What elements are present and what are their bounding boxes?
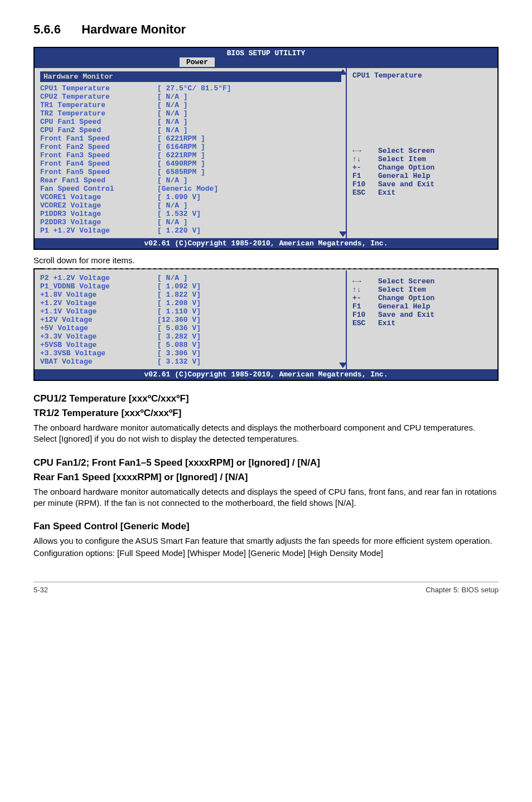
bios-row[interactable]: P2DDR3 Voltage[ N/A ]: [40, 218, 341, 226]
bios-row-label: P1 +1.2V Voltage: [40, 226, 157, 235]
bios-row[interactable]: CPU1 Temperature[ 27.5°C/ 81.5°F]: [40, 84, 341, 93]
bios-help-key: ←→: [352, 277, 378, 286]
bios-row-value: [ 1.110 V]: [157, 307, 201, 316]
bios-row-value: [ 1.822 V]: [157, 291, 201, 299]
bios-help-key: F10: [352, 311, 378, 319]
bios-row[interactable]: +5VSB Voltage[ 5.088 V]: [40, 341, 341, 349]
bios-row-value: [ 3.282 V]: [157, 332, 201, 341]
bios-row[interactable]: P1DDR3 Voltage[ 1.532 V]: [40, 210, 341, 218]
bios-help-row: F1General Help: [352, 172, 492, 180]
bios-row-label: +1.8V Voltage: [40, 291, 157, 299]
bios-copyright-footer: v02.61 (C)Copyright 1985-2010, American …: [35, 238, 497, 249]
bios-row[interactable]: CPU Fan1 Speed[ N/A ]: [40, 118, 341, 126]
bios-row[interactable]: +12V Voltage[12.360 V]: [40, 316, 341, 324]
bios-row[interactable]: VCORE1 Voltage[ 1.090 V]: [40, 193, 341, 201]
bios-row-value: [ 1.090 V]: [157, 193, 201, 201]
bios-row-value: [ 6164RPM ]: [157, 143, 205, 151]
bios-row[interactable]: +1.2V Voltage[ 1.208 V]: [40, 299, 341, 307]
bios-row-label: Front Fan4 Speed: [40, 160, 157, 168]
bios-utility-title: BIOS SETUP UTILITY: [35, 48, 497, 57]
bios-help-row: ESCExit: [352, 319, 492, 327]
bios-copyright-footer: v02.61 (C)Copyright 1985-2010, American …: [35, 369, 497, 380]
bios-row-label: P1DDR3 Voltage: [40, 210, 157, 218]
bios-row-label: P2 +1.2V Voltage: [40, 274, 157, 282]
bios-row-label: VBAT Voltage: [40, 357, 157, 366]
bios-row-value: [ 27.5°C/ 81.5°F]: [157, 84, 231, 93]
section-heading: 5.6.6 Hardware Monitor: [33, 22, 499, 37]
bios-row[interactable]: +5V Voltage[ 5.036 V]: [40, 324, 341, 332]
bios-help-row: +-Change Option: [352, 163, 492, 172]
bios-row-value: [ N/A ]: [157, 218, 188, 226]
scroll-note: Scroll down for more items.: [33, 255, 499, 265]
bios-row[interactable]: P2 +1.2V Voltage[ N/A ]: [40, 274, 341, 282]
page-footer: 5-32 Chapter 5: BIOS setup: [33, 582, 499, 594]
bios-row-value: [ N/A ]: [157, 101, 188, 109]
bios-row[interactable]: Front Fan3 Speed[ 6221RPM ]: [40, 151, 341, 160]
paragraph-fan-control-desc: Allows you to configure the ASUS Smart F…: [33, 535, 499, 547]
bios-row-value: [12.360 V]: [157, 316, 201, 324]
bios-row-value: [ N/A ]: [157, 126, 188, 134]
bios-help-key: ↑↓: [352, 155, 378, 163]
bios-row[interactable]: Rear Fan1 Speed[ N/A ]: [40, 176, 341, 185]
bios-help-desc: Save and Exit: [378, 311, 434, 319]
bios-left-header: Hardware Monitor: [40, 71, 341, 82]
paragraph-temperature: The onboard hardware monitor automatical…: [33, 422, 499, 445]
bios-row[interactable]: TR2 Temperature[ N/A ]: [40, 109, 341, 118]
bios-row[interactable]: +1.1V Voltage[ 1.110 V]: [40, 307, 341, 316]
bios-row-label: Front Fan2 Speed: [40, 143, 157, 151]
bios-row-value: [ 3.306 V]: [157, 349, 201, 357]
bios-help-key: ESC: [352, 189, 378, 197]
bios-row-value: [ 1.092 V]: [157, 282, 201, 291]
chapter-label: Chapter 5: BIOS setup: [425, 586, 499, 594]
bios-help-desc: Select Item: [378, 286, 426, 294]
bios-row-value: [ N/A ]: [157, 109, 188, 118]
bios-tab-row: Power: [35, 57, 497, 68]
bios-help-row: F10Save and Exit: [352, 180, 492, 189]
bios-row-value: [ N/A ]: [157, 274, 188, 282]
bios-row[interactable]: VCORE2 Voltage[ N/A ]: [40, 201, 341, 210]
bios-row[interactable]: +3.3V Voltage[ 3.282 V]: [40, 332, 341, 341]
bios-help-desc: Exit: [378, 319, 395, 327]
bios-help-desc: Select Item: [378, 155, 426, 163]
bios-help-desc: Change Option: [378, 294, 434, 302]
bios-row[interactable]: TR1 Temperature[ N/A ]: [40, 101, 341, 109]
page-number: 5-32: [33, 586, 48, 594]
bios-row[interactable]: Front Fan2 Speed[ 6164RPM ]: [40, 143, 341, 151]
bios-row-label: P2DDR3 Voltage: [40, 218, 157, 226]
bios-row-value: [ 6585RPM ]: [157, 168, 205, 176]
bios-row[interactable]: +1.8V Voltage[ 1.822 V]: [40, 291, 341, 299]
bios-help-row: F1General Help: [352, 302, 492, 311]
bios-row[interactable]: Front Fan5 Speed[ 6585RPM ]: [40, 168, 341, 176]
bios-row-value: [ 1.532 V]: [157, 210, 201, 218]
bios-row[interactable]: Front Fan1 Speed[ 6221RPM ]: [40, 134, 341, 143]
bios-row-label: P1_VDDNB Voltage: [40, 282, 157, 291]
bios-row[interactable]: VBAT Voltage[ 3.132 V]: [40, 357, 341, 366]
bios-row-label: Rear Fan1 Speed: [40, 176, 157, 185]
bios-row-value: [ 5.088 V]: [157, 341, 201, 349]
bios-help-key: +-: [352, 294, 378, 302]
bios-tab-power[interactable]: Power: [180, 57, 215, 67]
bios-row-label: +12V Voltage: [40, 316, 157, 324]
bios-row-label: CPU2 Temperature: [40, 93, 157, 101]
bios-row-value: [ 3.132 V]: [157, 357, 201, 366]
bios-row-label: +3.3V Voltage: [40, 332, 157, 341]
bios-row[interactable]: Front Fan4 Speed[ 6490RPM ]: [40, 160, 341, 168]
bios-help-key: F1: [352, 172, 378, 180]
bios-help-title: CPU1 Temperature: [352, 71, 492, 80]
bios-row[interactable]: P1 +1.2V Voltage[ 1.220 V]: [40, 226, 341, 235]
bios-row[interactable]: CPU2 Temperature[ N/A ]: [40, 93, 341, 101]
bios-row-value: [ 6221RPM ]: [157, 134, 205, 143]
bios-row[interactable]: Fan Speed Control[Generic Mode]: [40, 185, 341, 193]
bios-row-value: [ 6490RPM ]: [157, 160, 205, 168]
bios-row-value: [ 6221RPM ]: [157, 151, 205, 160]
bios-help-row: +-Change Option: [352, 294, 492, 302]
bios-row[interactable]: P1_VDDNB Voltage[ 1.092 V]: [40, 282, 341, 291]
bios-help-row: ↑↓Select Item: [352, 286, 492, 294]
bios-row[interactable]: CPU Fan2 Speed[ N/A ]: [40, 126, 341, 134]
heading-fan-speed-control: Fan Speed Control [Generic Mode]: [33, 521, 499, 532]
heading-tr-temperature: TR1/2 Temperature [xxxºC/xxxºF]: [33, 408, 499, 419]
bios-row[interactable]: +3.3VSB Voltage[ 3.306 V]: [40, 349, 341, 357]
bios-row-value: [ N/A ]: [157, 201, 188, 210]
bios-help-row: ←→Select Screen: [352, 147, 492, 155]
bios-row-label: +1.2V Voltage: [40, 299, 157, 307]
